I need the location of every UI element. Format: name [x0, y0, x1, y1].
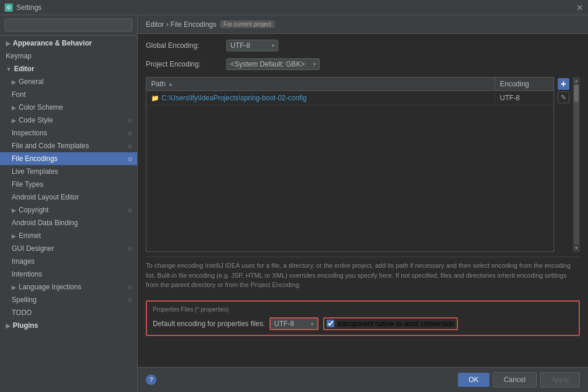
- sidebar-item-inspections[interactable]: Inspections ⊙: [0, 127, 137, 139]
- sidebar-item-android-data[interactable]: Android Data Binding: [0, 216, 137, 229]
- sidebar-item-label: Appearance & Behavior: [13, 39, 92, 47]
- settings-page-icon-code-style: ⊙: [128, 117, 132, 124]
- global-encoding-select-wrapper: UTF-8 UTF-16 ISO-8859-1: [226, 40, 278, 51]
- breadcrumb: Editor › File Encodings: [146, 20, 216, 29]
- properties-encoding-select[interactable]: UTF-8 GBK: [271, 318, 317, 329]
- sidebar-item-language-injections[interactable]: ▶ Language Injections ⊙: [0, 281, 137, 293]
- project-badge: For current project: [220, 20, 275, 28]
- cancel-button[interactable]: Cancel: [493, 372, 537, 387]
- search-box: [0, 15, 137, 36]
- breadcrumb-current: File Encodings: [170, 20, 216, 29]
- dialog-footer: ? OK Cancel Apply: [138, 367, 588, 392]
- transparent-checkbox-wrapper: transparent native-to-ascii conversion: [323, 317, 457, 330]
- table-scrollbar[interactable]: ▲ ▼: [573, 77, 580, 252]
- add-path-button[interactable]: +: [558, 78, 569, 90]
- sidebar-item-file-types[interactable]: File Types: [0, 178, 137, 191]
- sort-indicator: ▲: [168, 81, 173, 87]
- sidebar-item-android-layout[interactable]: Android Layout Editor: [0, 191, 137, 204]
- sidebar-item-file-code-templates[interactable]: File and Code Templates ⊙: [0, 139, 137, 152]
- sidebar-item-copyright[interactable]: ▶ Copyright ⊙: [0, 204, 137, 216]
- app-icon: ⚙: [5, 4, 13, 12]
- settings-page-icon-inspections: ⊙: [128, 130, 132, 136]
- sidebar-item-label: GUI Designer: [12, 244, 54, 253]
- project-encoding-select-wrapper: <System Default: GBK> UTF-8 GBK: [226, 58, 320, 70]
- sidebar-item-appearance[interactable]: ▶ Appearance & Behavior: [0, 37, 137, 50]
- footer-left: ?: [146, 374, 156, 385]
- transparent-checkbox[interactable]: [327, 320, 334, 327]
- settings-page-icon-file-encodings: ⊙: [128, 156, 132, 162]
- sidebar-item-images[interactable]: Images: [0, 255, 137, 268]
- content-area: Editor › File Encodings For current proj…: [138, 15, 588, 392]
- sidebar-item-spelling[interactable]: Spelling ⊙: [0, 293, 137, 306]
- sidebar-item-label: Keymap: [6, 52, 32, 60]
- sidebar-item-live-templates[interactable]: Live Templates: [0, 165, 137, 178]
- sidebar-item-intentions[interactable]: Intentions: [0, 268, 137, 281]
- sidebar-item-label: Live Templates: [12, 167, 58, 176]
- sidebar-item-emmet[interactable]: ▶ Emmet: [0, 229, 137, 242]
- collapse-arrow-code-style: ▶: [12, 117, 16, 124]
- sidebar-item-label: Copyright: [19, 206, 48, 214]
- sidebar-item-label: File Types: [12, 180, 43, 188]
- title-bar: ⚙ Settings ✕: [0, 0, 588, 15]
- scroll-thumb[interactable]: [574, 85, 579, 102]
- folder-icon: 📁: [151, 94, 159, 102]
- ok-button[interactable]: OK: [458, 373, 489, 387]
- sidebar-item-label: Color Scheme: [19, 103, 63, 111]
- sidebar-item-font[interactable]: Font: [0, 88, 137, 101]
- sidebar-item-color-scheme[interactable]: ▶ Color Scheme: [0, 101, 137, 114]
- sidebar-item-label: File Encodings: [12, 155, 58, 163]
- scroll-track[interactable]: [574, 85, 579, 244]
- sidebar-item-label: Spelling: [12, 296, 37, 304]
- sidebar-item-code-style[interactable]: ▶ Code Style ⊙: [0, 114, 137, 127]
- sidebar-item-todo[interactable]: TODO: [0, 306, 137, 319]
- project-encoding-label: Project Encoding:: [146, 60, 222, 68]
- collapse-arrow-lang-inject: ▶: [12, 284, 16, 290]
- edit-path-button[interactable]: ✎: [558, 92, 569, 103]
- table-action-buttons: + ✎: [558, 77, 569, 252]
- collapse-arrow-editor: ▼: [6, 66, 12, 72]
- sidebar-item-label: Plugins: [13, 321, 38, 330]
- global-encoding-label: Global Encoding:: [146, 41, 222, 50]
- sidebar-item-label: File and Code Templates: [12, 142, 89, 150]
- settings-page-icon-file-templates: ⊙: [128, 143, 132, 149]
- collapse-arrow-appearance: ▶: [6, 40, 10, 47]
- scroll-up-arrow[interactable]: ▲: [574, 78, 579, 83]
- table-area: Path ▲ Encoding 📁 C:\Users\lfy\IdeaProje…: [146, 77, 580, 252]
- sidebar-item-plugins[interactable]: ▶ Plugins: [0, 319, 137, 332]
- settings-page-icon-lang-inject: ⊙: [128, 284, 132, 290]
- close-button[interactable]: ✕: [576, 3, 583, 12]
- file-row-encoding: UTF-8: [495, 93, 554, 103]
- settings-page-icon-gui-designer: ⊙: [128, 246, 132, 252]
- sidebar-item-editor[interactable]: ▼ Editor: [0, 62, 137, 75]
- sidebar-item-label: Code Style: [19, 116, 53, 124]
- footer-right: OK Cancel Apply: [458, 372, 580, 387]
- scroll-down-arrow[interactable]: ▼: [574, 246, 579, 251]
- collapse-arrow-plugins: ▶: [6, 323, 10, 329]
- settings-page-icon-spelling: ⊙: [128, 297, 132, 303]
- sidebar-item-file-encodings[interactable]: File Encodings ⊙: [0, 152, 137, 165]
- properties-default-label: Default encoding for properties files:: [153, 320, 265, 328]
- global-encoding-row: Global Encoding: UTF-8 UTF-16 ISO-8859-1: [146, 40, 580, 51]
- sidebar-item-gui-designer[interactable]: GUI Designer ⊙: [0, 242, 137, 255]
- content-header: Editor › File Encodings For current proj…: [138, 15, 588, 34]
- sidebar-item-label: Intentions: [12, 270, 42, 278]
- info-text: To change encoding IntelliJ IDEA uses fo…: [146, 257, 580, 293]
- search-input[interactable]: [5, 19, 132, 32]
- dialog-body: ▶ Appearance & Behavior Keymap ▼ Editor …: [0, 15, 588, 392]
- settings-page-icon-copyright: ⊙: [128, 207, 132, 214]
- col-encoding-header: Encoding: [495, 78, 554, 90]
- properties-title: Properties Files (*.properties): [153, 306, 573, 313]
- collapse-arrow-emmet: ▶: [12, 233, 16, 239]
- collapse-arrow-copyright: ▶: [12, 207, 16, 214]
- sidebar-item-label: Font: [12, 90, 26, 99]
- sidebar-item-keymap[interactable]: Keymap: [0, 50, 137, 62]
- sidebar-item-label: Images: [12, 257, 34, 265]
- project-encoding-select[interactable]: <System Default: GBK> UTF-8 GBK: [226, 58, 320, 70]
- sidebar-item-label: Inspections: [12, 129, 47, 137]
- content-body: Global Encoding: UTF-8 UTF-16 ISO-8859-1…: [138, 34, 588, 367]
- help-button[interactable]: ?: [146, 374, 156, 385]
- table-body: 📁 C:\Users\lfy\IdeaProjects\spring-boot-…: [146, 91, 554, 251]
- global-encoding-select[interactable]: UTF-8 UTF-16 ISO-8859-1: [226, 40, 278, 51]
- sidebar-item-general[interactable]: ▶ General: [0, 75, 137, 88]
- apply-button[interactable]: Apply: [540, 372, 580, 387]
